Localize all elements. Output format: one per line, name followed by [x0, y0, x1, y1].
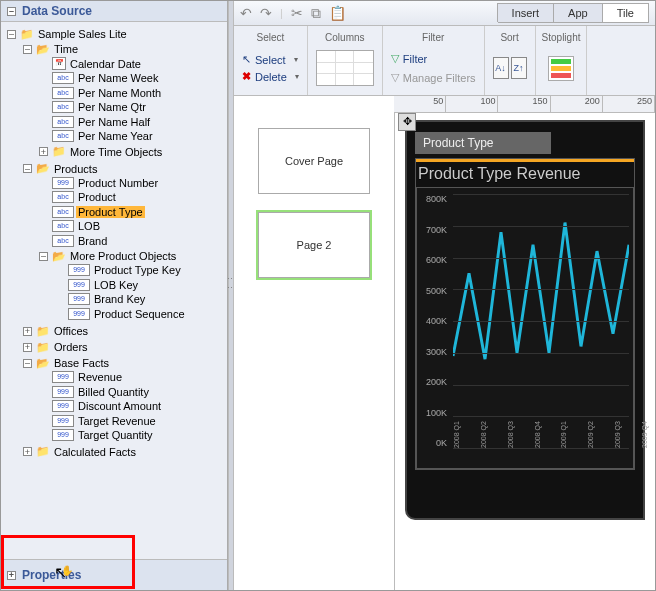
tree-item[interactable]: abcProduct Type: [39, 206, 145, 218]
folder-icon: 📁: [36, 324, 50, 338]
cut-icon[interactable]: ✂: [291, 5, 303, 21]
tree-item[interactable]: abcPer Name Week: [39, 72, 161, 84]
quick-toolbar: ↶ ↷ | ✂ ⧉ 📋 Insert App Tile: [234, 1, 655, 26]
text-field-icon: abc: [52, 101, 74, 113]
tree-item[interactable]: 999Revenue: [39, 371, 124, 383]
paste-icon[interactable]: 📋: [329, 5, 346, 21]
folder-icon: 📁: [36, 445, 50, 459]
folder-icon: 📂: [36, 356, 50, 370]
ruler-tick: 150: [498, 96, 550, 112]
tree-item[interactable]: 999LOB Key: [55, 279, 140, 291]
manage-filters-button[interactable]: ▽Manage Filters: [391, 71, 476, 84]
text-field-icon: abc: [52, 206, 74, 218]
copy-icon[interactable]: ⧉: [311, 5, 321, 22]
ruler: 50100150200250: [394, 96, 655, 113]
ribbon-group-stoplight: Stoplight: [536, 26, 588, 95]
tree-item[interactable]: abcProduct: [39, 191, 118, 203]
number-field-icon: 999: [52, 386, 74, 398]
sort-button[interactable]: A↓Z↑: [493, 57, 527, 79]
tree-root[interactable]: –📁Sample Sales Lite: [7, 27, 129, 41]
data-source-title: Data Source: [22, 4, 92, 18]
tile-header[interactable]: Product Type: [415, 132, 551, 154]
tab-app[interactable]: App: [553, 3, 603, 22]
collapse-icon[interactable]: –: [7, 7, 16, 16]
selection-indicator: [416, 159, 634, 162]
chevron-down-icon[interactable]: ▾: [294, 55, 298, 64]
ruler-tick: 200: [551, 96, 603, 112]
properties-header[interactable]: + Properties: [1, 559, 227, 590]
select-button[interactable]: ↖Select▾: [242, 53, 298, 66]
columns-button[interactable]: [316, 50, 374, 86]
sort-desc-icon: Z↑: [511, 57, 527, 79]
ribbon-group-select: Select ↖Select▾ ✖Delete▾: [234, 26, 308, 95]
chart-title: Product Type Revenue: [416, 159, 634, 185]
tree-time[interactable]: –📂Time: [23, 42, 80, 56]
text-field-icon: abc: [52, 130, 74, 142]
tree-item[interactable]: +📁More Time Objects: [39, 145, 164, 159]
text-field-icon: abc: [52, 72, 74, 84]
text-field-icon: abc: [52, 116, 74, 128]
tree-item[interactable]: abcPer Name Month: [39, 87, 163, 99]
page-cover[interactable]: Cover Page: [258, 128, 370, 194]
tree-item[interactable]: abcPer Name Year: [39, 130, 155, 142]
tree-calcfacts[interactable]: +📁Calculated Facts: [23, 445, 138, 459]
number-field-icon: 999: [52, 371, 74, 383]
chart[interactable]: 800K700K600K500K400K300K200K100K0K 2008 …: [416, 187, 634, 469]
tree-item[interactable]: abcBrand: [39, 235, 109, 247]
tree-item[interactable]: 999Target Revenue: [39, 415, 158, 427]
tree-item[interactable]: 999Discount Amount: [39, 400, 163, 412]
cursor-icon: ↖: [242, 53, 251, 66]
tree-item[interactable]: –📂More Product Objects: [39, 249, 178, 263]
tree-products[interactable]: –📂Products: [23, 162, 99, 176]
tab-insert[interactable]: Insert: [497, 3, 555, 22]
ribbon-group-sort: Sort A↓Z↑: [485, 26, 536, 95]
text-field-icon: abc: [52, 87, 74, 99]
text-field-icon: abc: [52, 220, 74, 232]
tree-item[interactable]: abcPer Name Half: [39, 116, 152, 128]
stoplight-button[interactable]: [548, 56, 574, 81]
chevron-down-icon[interactable]: ▾: [295, 72, 299, 81]
tree-item[interactable]: 999Billed Quantity: [39, 386, 151, 398]
ruler-tick: 250: [603, 96, 655, 112]
tree-item[interactable]: 999Product Number: [39, 177, 160, 189]
number-field-icon: 999: [52, 429, 74, 441]
device-preview: ✥ Product Type Product Type Revenue 800K…: [405, 120, 645, 520]
canvas: Cover Page Page 2 50100150200250 ✥ Produ…: [234, 96, 655, 590]
tree-item[interactable]: abcPer Name Qtr: [39, 101, 148, 113]
expand-icon[interactable]: +: [7, 571, 16, 580]
properties-title: Properties: [22, 568, 81, 582]
tree-item[interactable]: 📅Calendar Date: [39, 57, 143, 70]
folder-icon: 📂: [52, 249, 66, 263]
funnel-icon: ▽: [391, 71, 399, 84]
y-axis: 800K700K600K500K400K300K200K100K0K: [417, 194, 451, 448]
folder-icon: 📁: [20, 27, 34, 41]
delete-button[interactable]: ✖Delete▾: [242, 70, 299, 83]
filter-button[interactable]: ▽Filter: [391, 52, 427, 65]
tree-item[interactable]: 999Product Sequence: [55, 308, 187, 320]
folder-icon: 📁: [52, 145, 66, 159]
tab-tile[interactable]: Tile: [602, 3, 649, 22]
calendar-icon: 📅: [52, 57, 66, 70]
tree-item[interactable]: abcLOB: [39, 220, 102, 232]
sort-asc-icon: A↓: [493, 57, 509, 79]
undo-icon[interactable]: ↶: [240, 5, 252, 21]
ribbon-tabs: Insert App Tile: [498, 3, 649, 23]
page-thumbnails: Cover Page Page 2: [234, 96, 395, 590]
tree-item[interactable]: 999Brand Key: [55, 293, 147, 305]
number-field-icon: 999: [68, 308, 90, 320]
tree-offices[interactable]: +📁Offices: [23, 324, 90, 338]
delete-icon: ✖: [242, 70, 251, 83]
move-handle-icon[interactable]: ✥: [398, 113, 416, 131]
number-field-icon: 999: [52, 415, 74, 427]
tree-item[interactable]: 999Product Type Key: [55, 264, 183, 276]
chart-grid: [453, 194, 629, 448]
tree-orders[interactable]: +📁Orders: [23, 340, 90, 354]
redo-icon[interactable]: ↷: [260, 5, 272, 21]
number-field-icon: 999: [52, 177, 74, 189]
tree-basefacts[interactable]: –📂Base Facts: [23, 356, 111, 370]
page-2[interactable]: Page 2: [258, 212, 370, 278]
tree-item[interactable]: 999Target Quantity: [39, 429, 155, 441]
data-source-header[interactable]: – Data Source: [1, 1, 227, 22]
number-field-icon: 999: [52, 400, 74, 412]
data-source-tree: –📁Sample Sales Lite –📂Time 📅Calendar Dat…: [1, 22, 227, 559]
